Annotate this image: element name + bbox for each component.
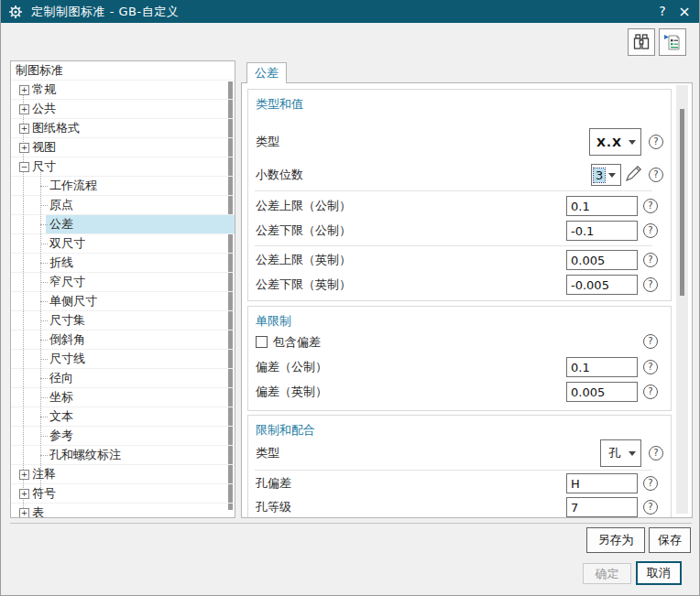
tree-item-jingxiang[interactable]: 径向 [11,369,235,388]
dialog-title: 定制制图标准 - GB-自定义 [31,4,179,20]
save-as-button[interactable]: 另存为 [586,527,645,553]
tree-item-dancechicun[interactable]: 单侧尺寸 [11,292,235,311]
upper-tol-metric-label: 公差上限（公制） [256,196,351,216]
help-icon[interactable]: ? [643,277,658,292]
help-icon[interactable]: ? [649,135,663,149]
help-icon[interactable]: ? [643,223,658,238]
section-limits-and-fits: 限制和配合 类型 孔 ? 孔偏差 ? 孔等级 ? [247,415,672,518]
customize-settings-button[interactable] [659,28,686,56]
tree-item-cankao[interactable]: 参考 [11,427,235,446]
help-icon[interactable]: ? [643,385,658,399]
ok-button[interactable]: 确定 [583,563,631,584]
help-icon[interactable]: ? [643,476,658,491]
hole-grade-label: 孔等级 [256,497,291,517]
help-icon[interactable]: ? [643,334,658,349]
chevron-down-icon [608,173,616,178]
tree-item-changgui[interactable]: 常规 [11,81,235,100]
fit-type-dropdown[interactable]: 孔 [600,439,641,467]
deviation-inch-input[interactable] [566,382,638,402]
panel-scrollbar-thumb[interactable] [680,109,684,296]
expand-icon[interactable] [19,104,29,114]
tree-item-chicunxian[interactable]: 尺寸线 [11,350,235,369]
edit-pencil-icon[interactable] [624,165,642,183]
expand-icon[interactable] [19,143,29,153]
fit-type-label: 类型 [256,443,279,463]
tree-item-chicun[interactable]: 尺寸 [11,157,235,177]
tolerance-type-dropdown[interactable]: X.X [589,128,641,156]
tree-item-gongcha-selected[interactable]: 公差 [11,215,235,234]
help-icon[interactable]: ? [643,360,658,374]
tree-item-zhushi[interactable]: 注释 [11,465,235,484]
help-icon[interactable]: ? [643,500,658,515]
decimal-places-spinner[interactable]: 3 [591,164,621,186]
tree-item-shitu[interactable]: 视图 [11,138,235,157]
section-single-limit: 单限制 包含偏差 ? 偏差（公制） ? 偏差（英制） ? [247,306,672,411]
expand-icon[interactable] [19,124,29,134]
tree-item-gonggong[interactable]: 公共 [11,100,235,119]
find-button[interactable] [628,28,655,56]
tolerance-panel: 类型和值 类型 X.X ? 小数位数 3 ? 公差上限（公制） [241,82,693,518]
lower-tol-inch-label: 公差下限（英制） [256,275,351,295]
customize-settings-icon [662,32,683,52]
cancel-button[interactable]: 取消 [636,561,682,585]
standards-tree: 制图标准 常规 公共 图纸格式 视图 尺寸 工作流程 原点 公差 双尺寸 折线 … [10,60,235,518]
tree-item-wenben[interactable]: 文本 [11,407,235,427]
expand-icon[interactable] [19,489,29,499]
close-icon[interactable]: × [673,0,695,23]
tree-item-zhexian[interactable]: 折线 [11,254,235,273]
tree-root[interactable]: 制图标准 [11,61,235,81]
footer-divider [10,523,692,524]
decimal-places-label: 小数位数 [256,165,303,185]
help-icon[interactable]: ? [643,199,658,213]
upper-tol-metric-input[interactable] [566,196,638,216]
hole-grade-input[interactable] [566,497,638,517]
tree-item-chicunji[interactable]: 尺寸集 [11,311,235,331]
tree-item-kongheluowenbiaozhu[interactable]: 孔和螺纹标注 [11,446,235,465]
section-type-and-value: 类型和值 类型 X.X ? 小数位数 3 ? 公差上限（公制） [247,89,672,301]
tree-item-zhaichicun[interactable]: 窄尺寸 [11,273,235,292]
panel-scrollbar-track[interactable] [676,85,688,514]
tree-item-fuhao[interactable]: 符号 [11,484,235,504]
divider [255,470,652,471]
chevron-down-icon [629,451,636,456]
type-label: 类型 [256,132,279,152]
tree-item-yuandian[interactable]: 原点 [11,196,235,215]
help-icon[interactable]: ? [643,253,658,267]
divider [255,190,652,191]
collapse-icon[interactable] [19,162,29,172]
divider [255,245,652,246]
dialog-help-button[interactable]: ? [651,0,673,23]
hole-deviation-input[interactable] [566,473,638,493]
binoculars-icon [631,32,651,52]
help-icon[interactable]: ? [649,446,663,461]
tree-item-tuzhigeshi[interactable]: 图纸格式 [11,119,235,138]
section-header: 类型和值 [256,96,303,113]
chevron-down-icon [629,140,636,145]
tree-connector-line [40,169,41,499]
tree-item-biao[interactable]: 表 [11,504,235,518]
expand-icon[interactable] [19,508,29,518]
include-deviation-checkbox[interactable] [256,336,268,348]
customize-drafting-standard-dialog: 定制制图标准 - GB-自定义 ? × [0,0,700,596]
tree-item-gongzuoliucheng[interactable]: 工作流程 [11,177,235,196]
tree-item-zuobiao[interactable]: 坐标 [11,388,235,407]
help-icon[interactable]: ? [649,168,663,182]
tree-item-daoxiejiao[interactable]: 倒斜角 [11,331,235,350]
upper-tol-inch-input[interactable] [566,250,638,270]
tree-item-shuangchicun[interactable]: 双尺寸 [11,234,235,254]
title-bar[interactable]: 定制制图标准 - GB-自定义 ? × [1,0,700,23]
lower-tol-metric-label: 公差下限（公制） [256,221,351,241]
lower-tol-inch-input[interactable] [566,275,638,295]
hole-deviation-label: 孔偏差 [256,473,291,493]
expand-icon[interactable] [19,470,29,480]
gear-icon [8,5,23,19]
include-deviation-label: 包含偏差 [273,335,321,349]
lower-tol-metric-input[interactable] [566,221,638,241]
tab-tolerance[interactable]: 公差 [246,62,287,83]
deviation-metric-label: 偏差（公制） [256,357,327,377]
deviation-metric-input[interactable] [566,357,638,377]
fit-type-value: 孔 [601,445,629,461]
save-button[interactable]: 保存 [649,527,691,553]
expand-icon[interactable] [19,85,29,95]
section-header: 限制和配合 [256,422,315,439]
